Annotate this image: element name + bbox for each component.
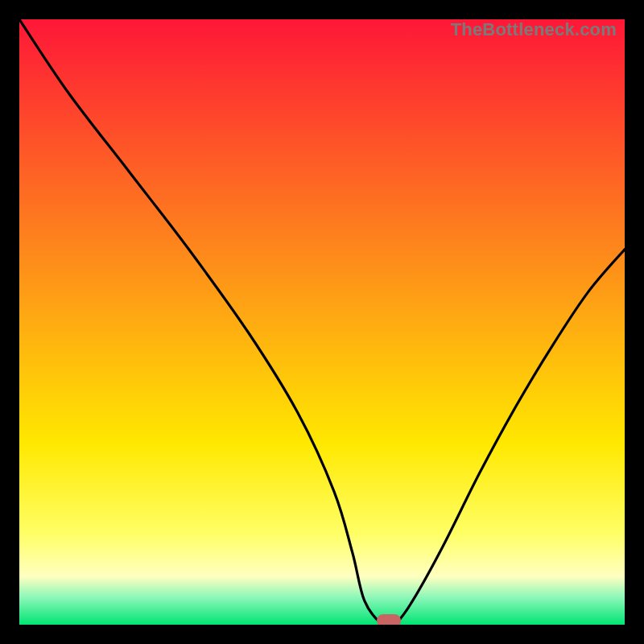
chart-frame: TheBottleneck.com	[0, 0, 644, 644]
watermark-text: TheBottleneck.com	[451, 19, 617, 40]
optimal-marker	[377, 614, 401, 625]
bottleneck-curve	[19, 19, 625, 625]
plot-area: TheBottleneck.com	[19, 19, 625, 625]
